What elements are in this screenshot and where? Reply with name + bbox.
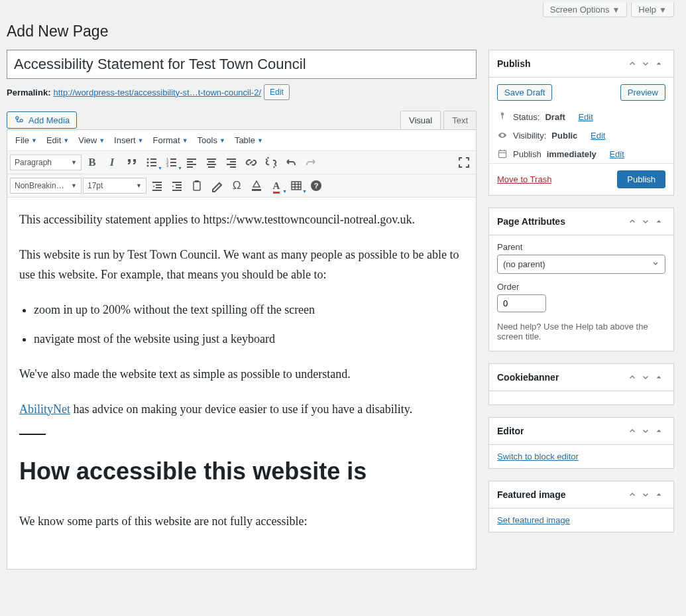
blockquote-button[interactable] [123,153,141,172]
panel-down-button[interactable] [639,57,652,70]
align-center-button[interactable] [202,153,221,172]
edit-visibility-link[interactable]: Edit [591,131,605,141]
edit-schedule-link[interactable]: Edit [609,149,624,159]
publish-panel-title: Publish [497,58,626,69]
calendar-icon [497,149,508,159]
panel-up-button[interactable] [626,371,639,384]
caret-down-icon: ▼ [182,137,188,144]
menu-format[interactable]: Format▼ [149,133,192,148]
panel-toggle-button[interactable] [652,371,665,384]
help-label: Help [638,5,656,15]
panel-down-button[interactable] [639,371,652,384]
editor-panel-title: Editor [497,426,626,436]
caret-down-icon: ▼ [178,166,182,170]
indent-button[interactable] [168,176,186,195]
align-left-button[interactable] [182,153,201,172]
svg-point-0 [16,117,19,119]
permalink-url[interactable]: http://wordpress-test/accessibility-st…t… [53,88,261,97]
cookiebanner-title: Cookiebanner [497,372,626,383]
order-label: Order [497,282,665,292]
svg-rect-36 [252,189,261,191]
menu-tools[interactable]: Tools▼ [194,133,229,148]
caret-down-icon: ▼ [138,137,144,144]
editor: File▼ Edit▼ View▼ Insert▼ Format▼ Tools▼… [7,129,477,570]
link-button[interactable] [242,153,260,172]
caret-down-icon: ▼ [63,137,69,144]
pin-icon [497,111,508,122]
paste-button[interactable] [188,176,206,195]
panel-down-button[interactable] [639,424,652,438]
edit-status-link[interactable]: Edit [578,112,593,122]
format-dropdown[interactable]: Paragraph▼ [10,154,82,170]
svg-rect-34 [194,182,200,190]
text-color-button[interactable]: A▼ [267,176,286,195]
permalink-edit-button[interactable]: Edit [264,84,290,100]
media-icon [14,115,25,125]
panel-down-button[interactable] [639,215,652,228]
panel-toggle-button[interactable] [652,488,665,501]
svg-rect-28 [156,187,162,188]
fontsize-dropdown[interactable]: 17pt▼ [83,178,146,194]
panel-toggle-button[interactable] [652,57,665,70]
unlink-button[interactable] [262,153,280,172]
svg-rect-18 [207,158,216,160]
menu-edit[interactable]: Edit▼ [42,133,73,148]
background-color-button[interactable] [247,176,266,195]
order-input[interactable] [497,294,546,312]
panel-up-button[interactable] [626,57,639,70]
menu-table[interactable]: Table▼ [231,133,267,148]
chevron-down-icon [652,259,659,269]
publish-button[interactable]: Publish [617,170,665,188]
add-media-button[interactable]: Add Media [7,111,77,129]
panel-up-button[interactable] [626,488,639,501]
parent-select[interactable]: (no parent) [497,255,665,274]
special-char-button[interactable]: Ω [227,176,246,195]
svg-rect-29 [152,190,162,191]
panel-up-button[interactable] [626,424,639,438]
permalink-label: Permalink: [7,88,50,97]
outdent-button[interactable] [148,176,166,195]
content-heading: How accessible this website is [19,451,464,491]
editor-toolbar-1: Paragraph▼ B I ▼ 123▼ [7,151,476,174]
svg-rect-30 [172,182,182,183]
screen-options-tab[interactable]: Screen Options▼ [543,3,628,17]
undo-button[interactable] [282,153,300,172]
set-featured-image-link[interactable]: Set featured image [497,515,570,525]
svg-rect-26 [152,182,162,183]
align-right-button[interactable] [222,153,241,172]
post-title-input[interactable] [7,50,477,79]
panel-toggle-button[interactable] [652,424,665,438]
numbered-list-button[interactable]: 123▼ [162,153,181,172]
menu-insert[interactable]: Insert▼ [110,133,147,148]
tab-text[interactable]: Text [443,111,477,129]
tab-visual[interactable]: Visual [400,111,441,129]
svg-point-1 [20,119,23,122]
content-list-item: zoom in up to 200% without the text spil… [34,300,464,320]
save-draft-button[interactable]: Save Draft [497,84,552,101]
svg-rect-19 [208,161,215,162]
help-button[interactable]: ? [307,176,325,195]
abilitynet-link[interactable]: AbilityNet [19,402,70,416]
panel-up-button[interactable] [626,215,639,228]
editor-content[interactable]: This accessibility statement applies to … [7,198,476,569]
clear-format-button[interactable] [207,176,226,195]
move-to-trash-link[interactable]: Move to Trash [497,174,551,184]
italic-button[interactable]: I [103,153,121,172]
panel-down-button[interactable] [639,488,652,501]
panel-toggle-button[interactable] [652,215,665,228]
caret-down-icon: ▼ [158,166,162,170]
menu-file[interactable]: File▼ [11,133,41,148]
menu-view[interactable]: View▼ [74,133,109,148]
content-paragraph: This accessibility statement applies to … [19,210,464,230]
featured-image-title: Featured image [497,489,626,500]
bold-button[interactable]: B [83,153,101,172]
font-dropdown[interactable]: NonBreakin…▼ [10,178,82,194]
fullscreen-button[interactable] [455,153,473,172]
table-button[interactable]: ▼ [287,176,306,195]
redo-button[interactable] [302,153,320,172]
help-tab[interactable]: Help▼ [631,3,674,17]
switch-editor-link[interactable]: Switch to block editor [497,452,579,462]
bullet-list-button[interactable]: ▼ [143,153,161,172]
preview-button[interactable]: Preview [620,84,665,101]
svg-rect-27 [156,184,162,186]
